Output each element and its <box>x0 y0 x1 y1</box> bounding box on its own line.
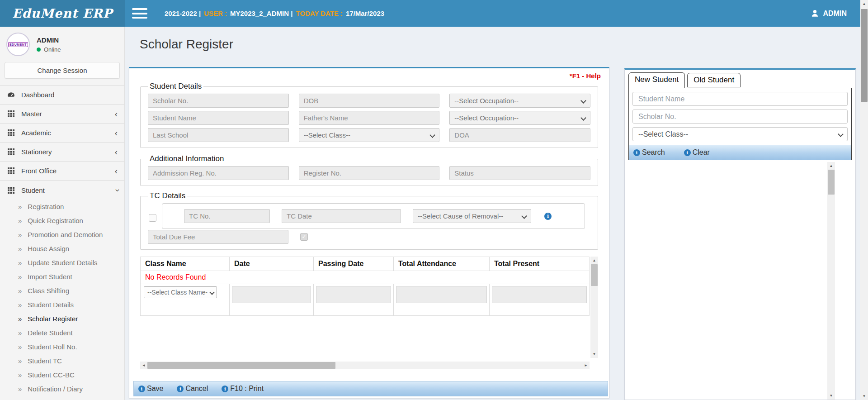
status-field[interactable] <box>449 166 590 180</box>
chevron-left-icon: ‹ <box>115 110 118 118</box>
class-select[interactable]: --Select Class-- <box>299 128 440 142</box>
scholar-no-field[interactable] <box>148 94 289 108</box>
father-name-field[interactable] <box>299 111 440 125</box>
sidebar-item-house-assign[interactable]: »House Assign <box>0 242 124 256</box>
tab-new-student[interactable]: New Student <box>628 72 685 88</box>
sidebar-item-student-tc[interactable]: »Student TC <box>0 354 124 368</box>
search-student-name-field[interactable] <box>632 92 848 106</box>
tc-date-field[interactable] <box>282 209 401 223</box>
admin-menu[interactable]: ADMIN <box>811 9 847 18</box>
sidebar-item-front-office[interactable]: Front Office ‹ <box>0 162 124 181</box>
class-name-select[interactable]: --Select Class Name-- <box>144 286 217 298</box>
sidebar-item-delete-student[interactable]: »Delete Student <box>0 326 124 340</box>
scroll-up-button[interactable]: ▲ <box>590 257 598 264</box>
due-fee-checkbox[interactable]: ✓ <box>300 233 308 241</box>
tc-details-section: TC Details --Select Cause of Removal-- i <box>140 191 598 250</box>
student-details-section: Student Details --Select Occupation-- --… <box>140 82 598 148</box>
sidebar-item-student-details[interactable]: »Student Details <box>0 298 124 312</box>
scrollbar-thumb[interactable] <box>828 170 835 195</box>
col-passing-date: Passing Date <box>314 257 394 271</box>
sidebar-item-notification-diary[interactable]: »Notification / Diary <box>0 382 124 396</box>
double-chevron-icon: » <box>18 259 22 267</box>
search-class-select[interactable]: --Select Class-- <box>632 127 848 141</box>
clear-button[interactable]: i Clear <box>684 148 710 157</box>
sidebar-item-import-student[interactable]: »Import Student <box>0 270 124 284</box>
mother-occupation-select[interactable]: --Select Occupation-- <box>449 111 590 125</box>
date-cell-input[interactable] <box>232 286 311 303</box>
sidebar-item-dashboard[interactable]: Dashboard <box>0 86 124 105</box>
doa-field[interactable] <box>449 128 590 142</box>
table-vertical-scrollbar[interactable]: ▲ ▼ <box>590 257 598 358</box>
f10-print-button[interactable]: i F10 : Print <box>222 385 264 393</box>
last-school-field[interactable] <box>148 128 289 142</box>
total-attendance-cell-input[interactable] <box>396 286 487 303</box>
save-button[interactable]: i Save <box>138 385 163 393</box>
admission-reg-no-field[interactable] <box>148 166 289 180</box>
father-occupation-select[interactable]: --Select Occupation-- <box>449 94 590 108</box>
sidebar-item-label: Dashboard <box>21 91 54 99</box>
double-chevron-icon: » <box>18 315 22 323</box>
sidebar-item-quick-registration[interactable]: »Quick Registration <box>0 214 124 228</box>
sidebar-item-student-cc-bc[interactable]: »Student CC-BC <box>0 368 124 382</box>
today-date-label: TODAY DATE : <box>296 10 343 17</box>
info-icon[interactable]: i <box>544 213 552 220</box>
scroll-up-button[interactable]: ▲ <box>827 162 835 170</box>
sidebar-item-label: Front Office <box>21 167 57 175</box>
results-vertical-scrollbar[interactable]: ▲ ▼ <box>827 162 835 400</box>
scroll-left-button[interactable]: ◄ <box>140 362 147 369</box>
sidebar-item-promotion-demotion[interactable]: »Promotion and Demotion <box>0 228 124 242</box>
scroll-up-button[interactable]: ▲ <box>860 0 868 8</box>
tc-no-field[interactable] <box>184 209 270 223</box>
sidebar-item-class-shifting[interactable]: »Class Shifting <box>0 284 124 298</box>
info-icon: i <box>633 149 640 156</box>
sidebar-item-stationery[interactable]: Stationery ‹ <box>0 143 124 162</box>
student-search-panel: New Student Old Student --Select Class--… <box>624 68 856 400</box>
sidebar-item-scholar-register[interactable]: »Scholar Register <box>0 312 124 326</box>
brand-logo[interactable]: EduMent ERP <box>0 0 125 27</box>
register-no-field[interactable] <box>299 166 440 180</box>
search-scholar-no-field[interactable] <box>632 110 848 124</box>
passing-date-cell-input[interactable] <box>316 286 391 303</box>
admin-label: ADMIN <box>823 10 847 18</box>
sidebar: EDUMENT ADMIN Online Change Session <box>0 27 125 400</box>
scrollbar-thumb[interactable] <box>147 362 335 369</box>
double-chevron-icon: » <box>18 231 22 238</box>
change-session-button[interactable]: Change Session <box>5 62 120 79</box>
scroll-right-button[interactable]: ► <box>582 362 590 369</box>
content-area: Scholar Register *F1 - Help Student Deta… <box>125 27 860 400</box>
sidebar-item-label: Student <box>21 186 45 194</box>
search-results-list: ▲ ▼ <box>628 160 852 400</box>
total-due-fee-field[interactable] <box>148 230 288 244</box>
scrollbar-thumb[interactable] <box>861 9 868 102</box>
scrollbar-thumb[interactable] <box>591 264 598 286</box>
info-icon: i <box>177 386 184 392</box>
sidebar-item-master[interactable]: Master ‹ <box>0 105 124 124</box>
sidebar-item-label: Stationery <box>21 148 52 156</box>
user-panel: EDUMENT ADMIN Online <box>0 27 124 61</box>
scroll-down-button[interactable]: ▼ <box>827 392 835 400</box>
total-present-cell-input[interactable] <box>492 286 587 303</box>
dob-field[interactable] <box>299 94 440 108</box>
student-name-field[interactable] <box>148 111 289 125</box>
cause-of-removal-select[interactable]: --Select Cause of Removal-- <box>413 209 531 223</box>
sidebar-item-update-student-details[interactable]: »Update Student Details <box>0 256 124 270</box>
search-button[interactable]: i Search <box>633 148 665 157</box>
session-info: 2021-2022 | USER : MY2023_2_ADMIN | TODA… <box>165 10 384 17</box>
hamburger-menu-icon[interactable] <box>132 8 147 19</box>
table-horizontal-scrollbar[interactable]: ◄ ► <box>140 362 590 369</box>
chevron-down-icon: ‹ <box>112 189 120 191</box>
sidebar-item-student-roll-no[interactable]: »Student Roll No. <box>0 340 124 354</box>
search-tabs: New Student Old Student <box>628 72 852 88</box>
scroll-down-button[interactable]: ▼ <box>590 350 598 358</box>
scroll-down-button[interactable]: ▼ <box>860 392 868 400</box>
sidebar-item-student[interactable]: Student ‹ <box>0 181 124 200</box>
tc-enable-checkbox[interactable] <box>149 214 156 222</box>
tab-old-student[interactable]: Old Student <box>687 73 741 87</box>
cancel-button[interactable]: i Cancel <box>177 385 208 393</box>
chevron-left-icon: ‹ <box>115 167 118 175</box>
double-chevron-icon: » <box>18 371 22 379</box>
tc-details-legend: TC Details <box>148 191 187 200</box>
sidebar-item-registration[interactable]: »Registration <box>0 200 124 214</box>
sidebar-item-academic[interactable]: Academic ‹ <box>0 124 124 143</box>
page-vertical-scrollbar[interactable]: ▲ ▼ <box>860 0 868 400</box>
